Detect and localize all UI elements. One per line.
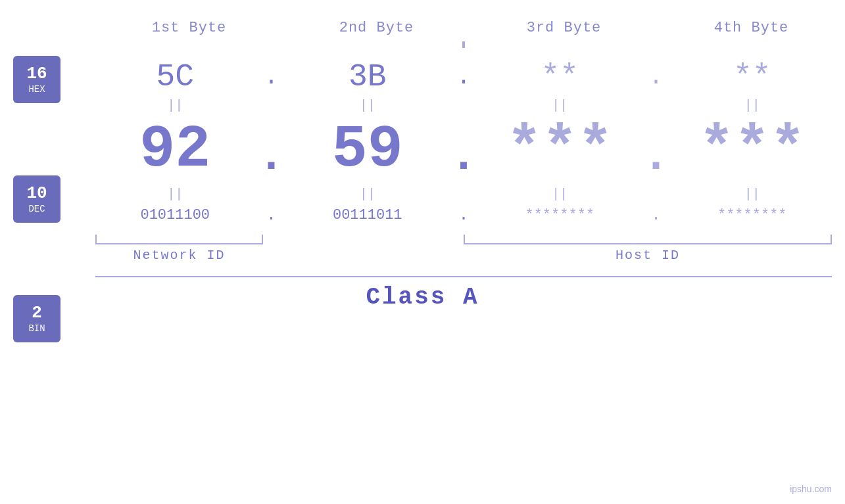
dec-dot-2: .: [447, 131, 480, 183]
eq-4: ||: [673, 98, 833, 113]
hex-dot-3: .: [640, 64, 673, 91]
network-bracket-line: [95, 235, 263, 244]
equals-hex-dec: || || || ||: [0, 98, 845, 113]
hex-byte-4: **: [673, 59, 833, 95]
byte-label-4: 4th Byte: [658, 20, 845, 36]
network-id-label: Network ID: [95, 248, 263, 263]
dec-byte-3: ***: [480, 116, 640, 183]
eq-1: ||: [95, 98, 255, 113]
class-label: Class A: [0, 284, 845, 311]
bin-dot-2: .: [447, 205, 480, 225]
hex-values: 5C . 3B . ** . **: [95, 59, 832, 95]
dec-byte-4: ***: [673, 116, 833, 183]
byte-label-2: 2nd Byte: [283, 20, 470, 36]
eq-2: ||: [288, 98, 448, 113]
base-badges: 16 HEX 10 DEC 2 BIN: [13, 56, 60, 342]
bottom-brackets-container: [0, 235, 845, 244]
top-brackets: [368, 41, 477, 43]
dec-byte-2: 59: [288, 116, 448, 183]
hex-byte-3: **: [480, 59, 640, 95]
bottom-bracket-host: [464, 235, 832, 244]
bin-byte-3: ********: [480, 207, 640, 223]
watermark: ipshu.com: [790, 484, 832, 494]
hex-badge: 16 HEX: [13, 56, 60, 103]
hex-dot-2: .: [447, 64, 480, 91]
bottom-bracket-network: [95, 235, 464, 244]
bin-values: 01011100 . 00111011 . ******** . *******…: [95, 205, 832, 225]
bin-row: 01011100 . 00111011 . ******** . *******…: [0, 205, 845, 225]
class-bracket-line: [95, 276, 832, 277]
hex-dot-1: .: [255, 64, 288, 91]
dec-byte-1: 92: [95, 116, 255, 183]
bin-badge: 2 BIN: [13, 295, 60, 342]
bin-dot-1: .: [255, 205, 288, 225]
hex-byte-1: 5C: [95, 59, 255, 95]
eq-7: ||: [480, 187, 640, 202]
byte-labels-row: 1st Byte 2nd Byte 3rd Byte 4th Byte: [0, 20, 845, 36]
eq-5: ||: [95, 187, 255, 202]
eq-row-2: || || || ||: [95, 187, 832, 202]
id-gap: [263, 248, 296, 263]
network-id-area: Network ID: [95, 248, 464, 263]
dec-badge: 10 DEC: [13, 175, 60, 223]
dec-values: 92 . 59 . *** . ***: [95, 116, 832, 183]
hex-byte-2: 3B: [288, 59, 448, 95]
dec-dot-1: .: [255, 131, 288, 183]
host-id-label: Host ID: [464, 248, 832, 263]
bracket-gap: [263, 235, 296, 244]
equals-dec-bin: || || || ||: [0, 187, 845, 202]
dec-row: 92 . 59 . *** . ***: [0, 116, 845, 183]
byte-label-1: 1st Byte: [95, 20, 283, 36]
bin-byte-1: 01011100: [95, 207, 255, 223]
class-bracket-area: [0, 276, 845, 277]
bin-byte-4: ********: [673, 207, 833, 223]
id-labels-row: Network ID Host ID: [0, 248, 845, 263]
eq-6: ||: [288, 187, 448, 202]
eq-3: ||: [480, 98, 640, 113]
byte-label-3: 3rd Byte: [470, 20, 658, 36]
eq-row-1: || || || ||: [95, 98, 832, 113]
main-container: 1st Byte 2nd Byte 3rd Byte 4th Byte 5C .…: [0, 0, 845, 504]
hex-row: 5C . 3B . ** . **: [0, 59, 845, 95]
bin-byte-2: 00111011: [288, 207, 448, 223]
eq-8: ||: [673, 187, 833, 202]
bin-dot-3: .: [640, 205, 673, 225]
host-bracket-line: [464, 235, 832, 244]
dec-dot-3: .: [640, 131, 673, 183]
